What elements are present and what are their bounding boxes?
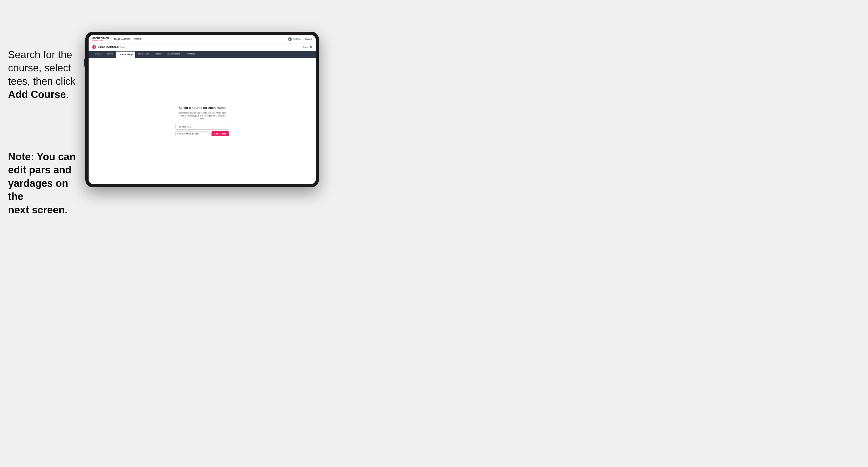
main-content: Select a course for each round Search fo… [89, 58, 316, 184]
section-description: Search for a course and select a tee. Yo… [178, 112, 226, 121]
tee-chevron-icon[interactable]: ⌄ [207, 133, 208, 135]
nav-teams[interactable]: TEAMS [134, 38, 142, 40]
note-line4: next screen. [8, 204, 68, 216]
tab-results[interactable]: Results [152, 51, 164, 58]
tee-select-value: Gold (M) (M) (7010 yds) [177, 132, 204, 135]
username: Test User [293, 38, 302, 40]
note-line1: Note: You can [8, 151, 76, 162]
tab-leaderboards[interactable]: Leaderboards [164, 51, 183, 58]
course-search-input[interactable] [175, 124, 229, 130]
tournament-icon: C [92, 45, 96, 49]
cancel-button[interactable]: Cancel ✕ [303, 46, 312, 48]
annotation-note: Note: You can edit pars and yardages on … [8, 150, 83, 217]
note-line2: edit pars and [8, 164, 72, 176]
tab-course-setup[interactable]: Course Setup [116, 52, 135, 58]
sub-navigation: Details Teams Course Setup Tee Groups Re… [89, 51, 316, 58]
tournament-header: C Clippd Invitational (Men) Cancel ✕ [89, 43, 316, 51]
annotation-line3: tees, then click [8, 76, 75, 87]
tournament-name: Clippd Invitational [98, 45, 119, 48]
cancel-label: Cancel [303, 46, 309, 48]
section-title: Select a course for each round [179, 106, 225, 110]
brand-name: SCOREBOARD [92, 37, 109, 39]
tab-tee-groups[interactable]: Tee Groups [135, 51, 152, 58]
brand-subtext: Powered by clippd [92, 39, 109, 41]
tee-select-wrapper[interactable]: Gold (M) (M) (7010 yds) × ⌄ [175, 131, 210, 136]
sign-out-link[interactable]: Sign out [305, 38, 312, 40]
note-line3: yardages on the [8, 178, 68, 202]
tab-printables[interactable]: Printables [183, 51, 198, 58]
avatar-initial: R [289, 38, 290, 40]
add-course-button[interactable]: Add Course [212, 131, 229, 136]
navbar-right: R Test User | Sign out [288, 37, 312, 41]
brand-logo: SCOREBOARD Powered by clippd [92, 37, 109, 41]
tablet-screen: SCOREBOARD Powered by clippd TOURNAMENTS… [89, 35, 316, 184]
navbar-links: TOURNAMENTS TEAMS [114, 38, 142, 40]
tournament-icon-letter: C [93, 46, 95, 48]
pipe-separator: | [303, 38, 303, 40]
annotation-text: Search for the course, select tees, then… [8, 48, 83, 101]
annotation-line4-end: . [66, 89, 69, 100]
tee-clear-icon[interactable]: × [204, 132, 205, 135]
annotation-line1: Search for the [8, 49, 72, 60]
tablet-frame: SCOREBOARD Powered by clippd TOURNAMENTS… [85, 32, 319, 187]
avatar: R [288, 37, 292, 41]
annotation-line2: course, select [8, 62, 71, 73]
nav-tournaments[interactable]: TOURNAMENTS [114, 38, 130, 40]
cancel-x-icon: ✕ [310, 46, 312, 48]
tab-details[interactable]: Details [92, 51, 104, 58]
tab-teams[interactable]: Teams [104, 51, 116, 58]
annotation-line4-bold: Add Course [8, 89, 66, 100]
tablet-side-button [84, 59, 85, 67]
tee-selector-row: Gold (M) (M) (7010 yds) × ⌄ Add Course [175, 131, 229, 136]
navbar: SCOREBOARD Powered by clippd TOURNAMENTS… [89, 35, 316, 43]
tournament-tag: (Men) [120, 46, 125, 48]
